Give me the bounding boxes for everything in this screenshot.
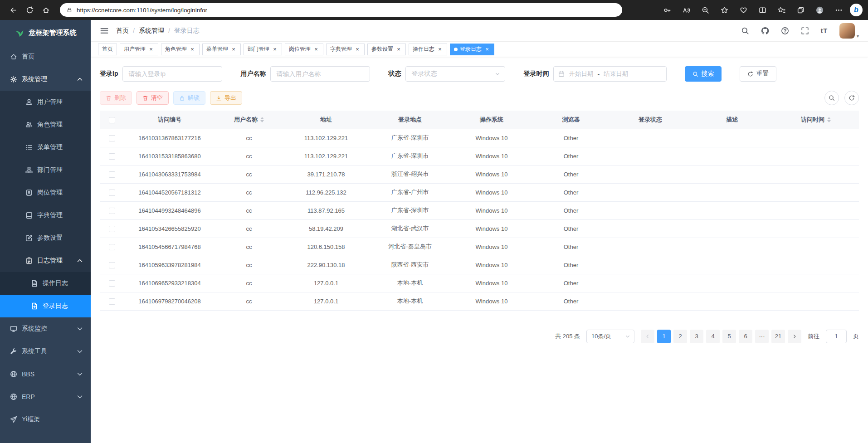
- row-checkbox[interactable]: [109, 298, 115, 305]
- sort-icon[interactable]: [827, 117, 831, 122]
- back-icon[interactable]: [5, 2, 21, 18]
- breadcrumb-item[interactable]: 系统管理: [139, 27, 164, 35]
- sidebar-item-tools[interactable]: 系统工具: [0, 340, 91, 363]
- sidebar-item-user-mgmt[interactable]: 用户管理: [0, 91, 91, 113]
- sidebar-item-monitor[interactable]: 系统监控: [0, 317, 91, 340]
- profile-icon[interactable]: [812, 2, 827, 18]
- row-checkbox[interactable]: [109, 226, 115, 232]
- hamburger-icon[interactable]: [100, 26, 109, 35]
- tab-param-settings[interactable]: 参数设置×: [367, 44, 406, 55]
- key-icon[interactable]: [659, 2, 675, 18]
- sidebar-item-system-mgmt[interactable]: 系统管理: [0, 68, 91, 91]
- copilot-icon[interactable]: b: [850, 4, 863, 16]
- sidebar-item-login-log[interactable]: 登录日志: [0, 295, 91, 317]
- page-size-select[interactable]: 10条/页: [586, 330, 634, 343]
- page-button[interactable]: 1: [657, 330, 671, 343]
- pager-more-button[interactable]: ···: [755, 330, 769, 343]
- page-button[interactable]: 5: [722, 330, 736, 343]
- sidebar-item-post-mgmt[interactable]: 岗位管理: [0, 181, 91, 204]
- page-button[interactable]: 3: [690, 330, 703, 343]
- home-icon[interactable]: [38, 2, 54, 18]
- column-header-visit-time[interactable]: 访问时间: [773, 111, 859, 129]
- tab-menu-mgmt[interactable]: 菜单管理×: [202, 44, 241, 55]
- status-filter-select[interactable]: 登录状态: [405, 66, 505, 82]
- toggle-search-button[interactable]: [824, 91, 839, 105]
- favorite-add-icon[interactable]: [717, 2, 732, 18]
- tab-close-icon[interactable]: ×: [313, 46, 319, 53]
- browser-essentials-icon[interactable]: [736, 2, 751, 18]
- tab-home[interactable]: 首页: [98, 44, 117, 55]
- tab-dict-mgmt[interactable]: 字典管理×: [326, 44, 365, 55]
- refresh-icon[interactable]: [22, 2, 37, 18]
- reset-button[interactable]: 重置: [740, 66, 776, 82]
- split-screen-icon[interactable]: [755, 2, 770, 18]
- row-checkbox[interactable]: [109, 153, 115, 160]
- search-icon[interactable]: [741, 27, 749, 35]
- tab-close-icon[interactable]: ×: [437, 46, 443, 53]
- export-button[interactable]: 导出: [210, 91, 242, 105]
- tab-close-icon[interactable]: ×: [230, 46, 237, 53]
- sidebar-item-dept-mgmt[interactable]: 部门管理: [0, 159, 91, 181]
- select-all-checkbox[interactable]: [109, 117, 115, 123]
- tab-close-icon[interactable]: ×: [354, 46, 361, 53]
- tab-dept-mgmt[interactable]: 部门管理×: [244, 44, 282, 55]
- collections-icon[interactable]: [793, 2, 808, 18]
- date-range-picker[interactable]: 开始日期 - 结束日期: [553, 66, 667, 82]
- github-icon[interactable]: [761, 27, 769, 35]
- tab-close-icon[interactable]: ×: [395, 46, 402, 53]
- column-header-user-name[interactable]: 用户名称: [215, 111, 283, 129]
- row-checkbox[interactable]: [109, 135, 115, 141]
- sidebar-item-role-mgmt[interactable]: 角色管理: [0, 113, 91, 136]
- url-bar[interactable]: https://ccnetcore.com:1101/system/log/lo…: [60, 3, 622, 17]
- ip-filter-input[interactable]: [122, 66, 222, 82]
- sidebar-item-param-settings[interactable]: 参数设置: [0, 227, 91, 249]
- clear-button[interactable]: 清空: [137, 91, 169, 105]
- sort-icon[interactable]: [260, 117, 264, 122]
- more-icon[interactable]: [831, 2, 846, 18]
- user-avatar[interactable]: ▾: [839, 23, 859, 39]
- sidebar-item-dict-mgmt[interactable]: 字典管理: [0, 204, 91, 227]
- row-checkbox[interactable]: [109, 208, 115, 214]
- tab-close-icon[interactable]: ×: [272, 46, 278, 53]
- goto-page-input[interactable]: [826, 330, 847, 343]
- search-button[interactable]: 搜索: [685, 66, 722, 82]
- sidebar-item-op-log[interactable]: 操作日志: [0, 272, 91, 295]
- sidebar-item-log-mgmt[interactable]: 日志管理: [0, 249, 91, 272]
- delete-button[interactable]: 删除: [100, 91, 132, 105]
- row-checkbox[interactable]: [109, 244, 115, 250]
- tab-close-icon[interactable]: ×: [189, 46, 195, 53]
- row-checkbox[interactable]: [109, 262, 115, 268]
- tab-login-log[interactable]: 登录日志×: [450, 44, 494, 55]
- row-checkbox[interactable]: [109, 171, 115, 178]
- sidebar-item-bbs[interactable]: BBS: [0, 363, 91, 385]
- fullscreen-icon[interactable]: [801, 27, 809, 35]
- favorites-icon[interactable]: [774, 2, 789, 18]
- sidebar-item-erp[interactable]: ERP: [0, 385, 91, 408]
- row-checkbox[interactable]: [109, 280, 115, 287]
- page-button[interactable]: 2: [673, 330, 687, 343]
- tab-close-icon[interactable]: ×: [484, 46, 490, 53]
- row-checkbox[interactable]: [109, 190, 115, 196]
- breadcrumb-item[interactable]: 首页: [116, 27, 129, 35]
- unlock-button[interactable]: 解锁: [173, 91, 205, 105]
- tab-op-log[interactable]: 操作日志×: [409, 44, 447, 55]
- username-filter-input[interactable]: [270, 66, 370, 82]
- next-page-button[interactable]: [788, 330, 801, 343]
- sidebar-item-yi-framework[interactable]: Yi框架: [0, 408, 91, 431]
- tab-role-mgmt[interactable]: 角色管理×: [161, 44, 200, 55]
- sidebar-item-menu-mgmt[interactable]: 菜单管理: [0, 136, 91, 159]
- page-button[interactable]: 6: [739, 330, 752, 343]
- tab-close-icon[interactable]: ×: [148, 46, 154, 53]
- font-size-icon[interactable]: tT: [821, 28, 828, 34]
- cell-user-name: cc: [215, 183, 283, 201]
- zoom-icon[interactable]: [697, 2, 713, 18]
- page-button[interactable]: 21: [771, 330, 785, 343]
- page-button[interactable]: 4: [706, 330, 720, 343]
- sidebar-item-home[interactable]: 首页: [0, 45, 91, 68]
- help-icon[interactable]: [781, 27, 789, 35]
- read-aloud-icon[interactable]: [678, 2, 694, 18]
- tab-post-mgmt[interactable]: 岗位管理×: [285, 44, 323, 55]
- prev-page-button[interactable]: [641, 330, 654, 343]
- tab-user-mgmt[interactable]: 用户管理×: [120, 44, 158, 55]
- refresh-table-button[interactable]: [844, 91, 859, 105]
